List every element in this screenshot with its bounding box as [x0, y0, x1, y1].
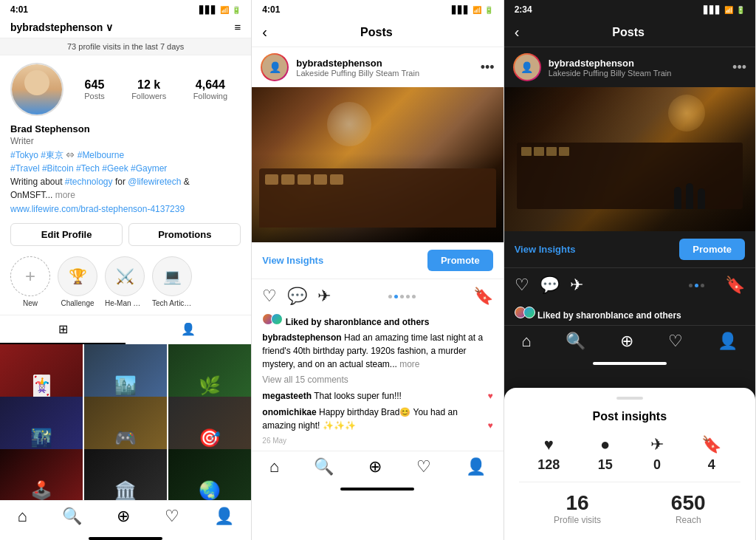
insights-shares-col: ✈ 0: [650, 435, 664, 473]
post-more-icon-2[interactable]: •••: [481, 60, 495, 75]
profile-nav-icon-3[interactable]: 👤: [718, 332, 738, 351]
add-nav-icon[interactable]: ⊕: [117, 507, 130, 526]
search-nav-icon-3[interactable]: 🔍: [566, 332, 585, 351]
post-avatar-2: 👤: [261, 53, 289, 81]
liked-avatar-b: [271, 313, 283, 325]
back-button-3[interactable]: ‹: [515, 24, 520, 41]
view-insights-button-2[interactable]: View Insights: [262, 255, 323, 266]
like-icon-3[interactable]: ♡: [515, 276, 529, 295]
home-nav-icon-2[interactable]: ⌂: [269, 457, 279, 476]
home-indicator-2: [340, 488, 414, 491]
likes-insight-icon: ♥: [544, 435, 554, 454]
view-insights-button-3[interactable]: View Insights: [515, 244, 576, 255]
person-tag-icon: 👤: [181, 322, 196, 336]
saves-insight-icon: 🔖: [701, 435, 721, 454]
post-image-3: [504, 87, 755, 231]
likes-nav-icon-3[interactable]: ♡: [668, 332, 683, 351]
train-body-3: [517, 143, 743, 209]
profile-nav-icon[interactable]: 👤: [214, 507, 234, 526]
liked-by-name-2[interactable]: sharonblance: [324, 317, 382, 327]
status-icons-3: ▋▋▋ 📶 🔋: [704, 6, 745, 14]
window-2c: [298, 174, 311, 185]
add-nav-icon-3[interactable]: ⊕: [620, 332, 633, 351]
profile-visits-bar: 73 profile visits in the last 7 days: [0, 38, 251, 55]
liked-by-3: Liked by sharonblance and others: [504, 302, 755, 325]
people-silhouettes-3: [674, 183, 705, 209]
post-location-2: Lakeside Puffing Billy Steam Train: [296, 69, 472, 78]
post-date-2: 26 May: [252, 434, 503, 451]
liked-by-name-3[interactable]: sharonblance: [576, 310, 633, 321]
edit-profile-button[interactable]: Edit Profile: [10, 223, 123, 246]
comment-heart-icon-2[interactable]: ♥: [488, 419, 493, 432]
dot-3-2: [695, 284, 698, 287]
photo-cell-9[interactable]: 🌏: [168, 449, 251, 500]
bookmark-icon-2[interactable]: 🔖: [473, 287, 493, 306]
home-nav-icon[interactable]: ⌂: [18, 507, 27, 526]
story-challenge[interactable]: 🏆 Challenge: [58, 256, 97, 307]
dot-3-1: [689, 284, 693, 287]
comment-icon-2[interactable]: 💬: [287, 287, 307, 306]
stats-numbers: 645 Posts 12 k Followers 4,644 Following: [71, 78, 241, 100]
window-2a: [265, 174, 278, 185]
profile-visits-label: Profile visits: [554, 515, 601, 525]
steam-smoke-2: [327, 102, 371, 146]
photo-grid: 🃏 🏙️ 🌿 🌃 🎮 🎯 🕹️ 🏛️ 🌏: [0, 344, 251, 500]
post-actions-2: ♡ 💬 ✈ 🔖: [252, 279, 503, 313]
post-user-row-3: 👤 bybradstephenson Lakeside Puffing Bill…: [504, 47, 755, 87]
status-bar-3: 2:34 ▋▋▋ 📶 🔋: [504, 0, 755, 18]
photo-cell-7[interactable]: 🕹️: [0, 449, 83, 500]
post-location-3: Lakeside Puffing Billy Steam Train: [549, 69, 725, 78]
profile-header: bybradstephenson ∨ ≡: [0, 18, 251, 38]
insights-title: Post insights: [519, 410, 740, 423]
likes-nav-icon[interactable]: ♡: [165, 507, 179, 526]
username-display[interactable]: bybradstephenson ∨: [10, 21, 113, 33]
grid-view-button[interactable]: ⊞: [0, 315, 126, 344]
promotions-button[interactable]: Promotions: [128, 223, 241, 246]
promote-button-2[interactable]: Promote: [427, 250, 493, 271]
status-bar-2: 4:01 ▋▋▋ 📶 🔋: [252, 0, 503, 18]
tagged-view-button[interactable]: 👤: [126, 315, 251, 344]
panel-profile: 4:01 ▋▋▋ 📶 🔋 bybradstephenson ∨ ≡ 73 pro…: [0, 0, 252, 540]
comments-insight-icon: ●: [600, 435, 610, 454]
profile-nav-icon-2[interactable]: 👤: [466, 457, 486, 476]
search-nav-icon[interactable]: 🔍: [62, 507, 82, 526]
dropdown-chevron-icon: ∨: [106, 21, 113, 33]
view-insights-bar-3: View Insights Promote: [504, 231, 755, 268]
like-icon-2[interactable]: ♡: [262, 287, 277, 306]
profile-link[interactable]: www.lifewire.com/brad-stephenson-4137239: [0, 202, 251, 220]
posts-header-3: ‹ Posts: [504, 18, 755, 47]
share-icon-3[interactable]: ✈: [570, 276, 583, 295]
photo-cell-8[interactable]: 🏛️: [84, 449, 167, 500]
home-nav-icon-3[interactable]: ⌂: [521, 332, 531, 351]
back-button-2[interactable]: ‹: [262, 24, 267, 41]
promote-button-3[interactable]: Promote: [679, 239, 745, 260]
profile-visits-value: 16: [554, 491, 601, 515]
heman-story-circle: ⚔️: [105, 256, 145, 296]
panel-posts-dark: 2:34 ▋▋▋ 📶 🔋 ‹ Posts 👤 bybradstephenson …: [504, 0, 756, 540]
view-all-comments-2[interactable]: View all 15 comments: [252, 375, 503, 388]
story-new[interactable]: + New: [10, 256, 50, 307]
story-tech-articles[interactable]: 💻 Tech Articles: [152, 256, 192, 307]
share-icon-2[interactable]: ✈: [317, 287, 331, 306]
tw-3d: [559, 147, 569, 156]
shares-count: 0: [653, 457, 661, 473]
add-nav-icon-2[interactable]: ⊕: [368, 457, 382, 476]
time-3: 2:34: [515, 4, 532, 15]
bottom-nav-2: ⌂ 🔍 ⊕ ♡ 👤: [252, 451, 503, 485]
train-body-2: [259, 168, 495, 228]
hamburger-menu-icon[interactable]: ≡: [235, 21, 241, 33]
tw-3c: [546, 147, 557, 156]
comments-count: 15: [598, 457, 613, 473]
story-heman[interactable]: ⚔️ He-Man Mo...: [105, 256, 145, 307]
bookmark-icon-3[interactable]: 🔖: [725, 276, 745, 295]
insights-handle: [616, 397, 643, 400]
liked-avatars-2: [262, 313, 280, 325]
new-story-circle: +: [10, 256, 50, 296]
search-nav-icon-2[interactable]: 🔍: [314, 457, 334, 476]
comment-icon-3[interactable]: 💬: [540, 276, 560, 295]
post-more-icon-3[interactable]: •••: [732, 60, 746, 75]
light-glow-3: [668, 95, 705, 131]
profile-name: Brad Stephenson: [0, 123, 251, 136]
comment-heart-icon-1[interactable]: ♥: [488, 389, 493, 403]
likes-nav-icon-2[interactable]: ♡: [416, 457, 431, 476]
